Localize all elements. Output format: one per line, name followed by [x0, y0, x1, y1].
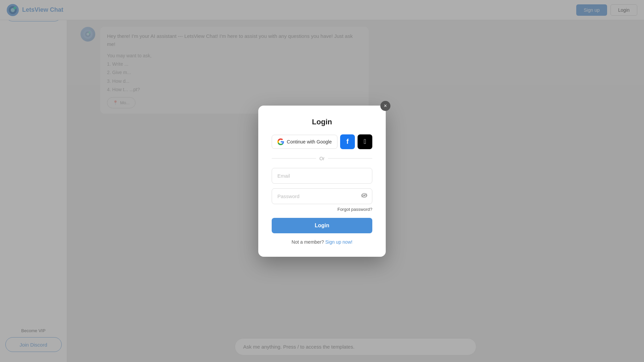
apple-icon: 	[364, 138, 366, 145]
apple-login-button[interactable]: 	[358, 134, 372, 149]
or-divider: Or	[272, 156, 372, 161]
or-label: Or	[319, 156, 325, 161]
signup-link-text: Not a member? Sign up now!	[272, 239, 372, 245]
facebook-login-button[interactable]: f	[340, 134, 355, 149]
email-input[interactable]	[272, 168, 372, 184]
modal-close-button[interactable]: ×	[380, 101, 390, 111]
password-wrapper	[272, 188, 372, 204]
signup-now-link[interactable]: Sign up now!	[325, 239, 353, 245]
google-login-button[interactable]: Continue with Google	[272, 135, 337, 149]
facebook-icon: f	[346, 138, 349, 145]
modal-title: Login	[272, 118, 372, 126]
not-member-text: Not a member?	[291, 239, 324, 245]
forgot-password-link[interactable]: Forgot password?	[272, 207, 372, 212]
modal-overlay: × Login Continue with Google f 	[0, 0, 644, 362]
google-icon	[277, 138, 284, 145]
toggle-password-icon[interactable]	[361, 193, 368, 199]
password-input[interactable]	[272, 188, 372, 204]
login-modal: × Login Continue with Google f 	[258, 106, 386, 257]
google-login-label: Continue with Google	[287, 139, 332, 144]
login-submit-button[interactable]: Login	[272, 218, 372, 233]
social-buttons: Continue with Google f 	[272, 134, 372, 149]
